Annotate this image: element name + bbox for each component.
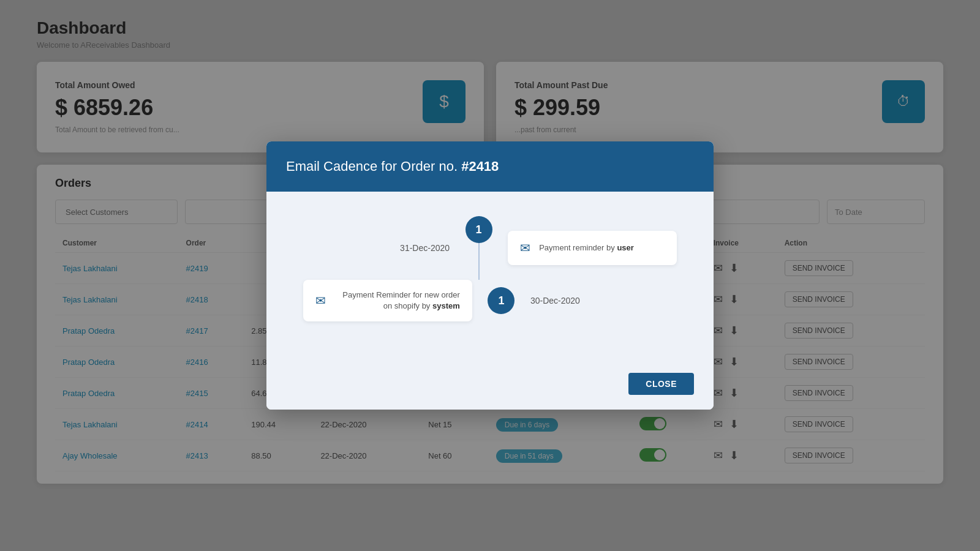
timeline-date-2: 30-Dec-2020 <box>518 296 677 305</box>
email-text-2: Payment Reminder for new order on shopif… <box>334 290 460 312</box>
timeline-center-2: 1 <box>484 287 518 314</box>
timeline-row-1: 31-Dec-2020 1 ✉ Payment reminder by user <box>303 216 677 280</box>
modal-footer: CLOSE <box>266 363 714 410</box>
timeline-row-2: ✉ Payment Reminder for new order on shop… <box>303 280 677 321</box>
modal-order-number: #2418 <box>461 159 499 174</box>
modal-title-prefix: Email Cadence for Order no. <box>286 159 458 174</box>
timeline-center-1: 1 <box>462 216 496 280</box>
modal-title: Email Cadence for Order no. #2418 <box>286 159 694 174</box>
timeline-right-1: ✉ Payment reminder by user <box>496 231 677 265</box>
email-card-1: ✉ Payment reminder by user <box>508 231 677 265</box>
timeline-step-2: 1 <box>488 287 514 314</box>
timeline-left-card-2: ✉ Payment Reminder for new order on shop… <box>303 280 484 321</box>
close-button[interactable]: CLOSE <box>628 373 694 395</box>
email-text-bold-2: system <box>432 301 460 310</box>
email-card-2: ✉ Payment Reminder for new order on shop… <box>303 280 472 321</box>
timeline-line-1 <box>478 243 480 280</box>
modal-overlay: Email Cadence for Order no. #2418 31-Dec… <box>0 0 980 551</box>
timeline-step-1: 1 <box>466 216 492 243</box>
modal-header: Email Cadence for Order no. #2418 <box>266 141 714 192</box>
email-text-1: Payment reminder by user <box>539 242 634 253</box>
email-text-bold-1: user <box>617 243 633 252</box>
timeline-date-1: 31-Dec-2020 <box>303 243 462 253</box>
envelope-icon-2: ✉ <box>315 293 326 308</box>
email-text-prefix-1: Payment reminder by <box>539 243 615 252</box>
envelope-icon-1: ✉ <box>520 241 530 255</box>
modal-body: 31-Dec-2020 1 ✉ Payment reminder by user <box>266 192 714 363</box>
email-cadence-modal: Email Cadence for Order no. #2418 31-Dec… <box>266 141 714 410</box>
